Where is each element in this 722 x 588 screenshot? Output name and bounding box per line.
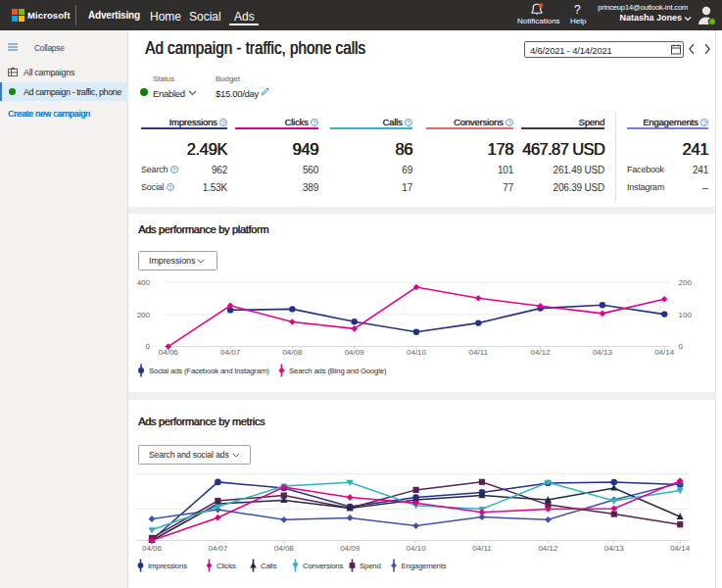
svg-text:04/10: 04/10	[407, 348, 427, 357]
svg-text:04/11: 04/11	[469, 348, 489, 357]
svg-text:Engagements: Engagements	[402, 562, 447, 570]
svg-text:200: 200	[137, 311, 151, 319]
svg-text:Social ads (Facebook and Insta: Social ads (Facebook and Instagram)	[149, 367, 269, 375]
svg-text:Impressions: Impressions	[148, 562, 187, 570]
svg-text:400: 400	[137, 278, 151, 287]
svg-text:0: 0	[146, 342, 151, 351]
svg-text:04/06: 04/06	[142, 544, 163, 553]
svg-text:04/10: 04/10	[407, 544, 427, 553]
svg-text:04/07: 04/07	[208, 544, 228, 553]
svg-text:04/14: 04/14	[654, 348, 675, 357]
svg-text:100: 100	[679, 311, 693, 319]
svg-text:04/13: 04/13	[593, 348, 613, 357]
svg-text:Search ads (Bing and Google): Search ads (Bing and Google)	[289, 367, 387, 375]
svg-text:04/12: 04/12	[531, 348, 552, 357]
svg-text:04/11: 04/11	[472, 544, 492, 553]
svg-text:04/09: 04/09	[345, 348, 365, 357]
svg-text:04/07: 04/07	[220, 348, 241, 357]
svg-text:Calls: Calls	[261, 562, 277, 570]
svg-text:200: 200	[679, 278, 693, 287]
svg-text:Conversions: Conversions	[303, 562, 343, 570]
svg-text:04/09: 04/09	[340, 544, 361, 553]
svg-text:04/12: 04/12	[538, 544, 558, 553]
svg-text:Clicks: Clicks	[217, 562, 236, 570]
svg-text:0: 0	[679, 342, 684, 351]
svg-text:Spend: Spend	[360, 562, 381, 570]
svg-text:04/08: 04/08	[282, 348, 303, 357]
svg-text:04/13: 04/13	[604, 544, 625, 553]
svg-text:04/14: 04/14	[670, 544, 691, 553]
svg-text:04/08: 04/08	[274, 544, 295, 553]
